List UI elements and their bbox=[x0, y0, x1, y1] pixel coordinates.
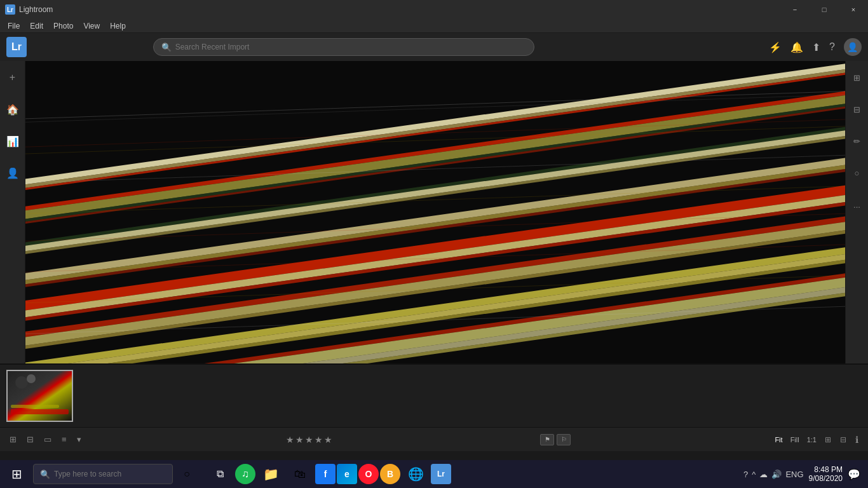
taskbar-edge[interactable]: e bbox=[337, 464, 357, 484]
taskbar-search-box: 🔍 bbox=[33, 464, 173, 484]
taskbar-bereal[interactable]: B bbox=[380, 464, 400, 484]
menu-photo[interactable]: Photo bbox=[48, 20, 78, 32]
right-radial-icon[interactable]: ○ bbox=[847, 163, 867, 183]
reject-button[interactable]: ⚐ bbox=[557, 434, 571, 445]
date-display: 9/08/2020 bbox=[809, 474, 843, 483]
close-button[interactable]: × bbox=[839, 0, 868, 19]
start-button[interactable]: ⊞ bbox=[3, 460, 31, 488]
taskbar-taskview[interactable]: ⧉ bbox=[206, 460, 234, 488]
left-sidebar: + 🏠 📊 👤 bbox=[0, 61, 25, 363]
menu-view[interactable]: View bbox=[78, 20, 105, 32]
center-content bbox=[25, 61, 845, 363]
star-rating: ★ ★ ★ ★ ★ bbox=[286, 435, 332, 445]
right-more-icon[interactable]: ... bbox=[847, 194, 867, 215]
rating-buttons: ⚑ ⚐ bbox=[540, 434, 571, 445]
language-indicator: ENG bbox=[785, 470, 803, 479]
taskbar-files[interactable]: 📁 bbox=[257, 460, 285, 488]
menu-edit[interactable]: Edit bbox=[25, 20, 48, 32]
taskbar-apps: ⧉ ♫ 📁 🛍 f e O B 🌐 Lr bbox=[206, 460, 451, 488]
taskbar-facebook[interactable]: f bbox=[315, 464, 336, 484]
flag-button[interactable]: ⚑ bbox=[540, 434, 554, 445]
right-adjust-icon[interactable]: ⊞ bbox=[847, 67, 867, 88]
sort-dropdown[interactable]: ▾ bbox=[74, 433, 85, 446]
menu-bar: File Edit Photo View Help bbox=[0, 19, 868, 33]
taskbar-lightroom[interactable]: Lr bbox=[431, 464, 451, 484]
film-thumbnail-1[interactable] bbox=[6, 370, 73, 422]
app-icon: Lr bbox=[5, 4, 15, 15]
volume-icon[interactable]: 🔊 bbox=[771, 470, 782, 479]
maximize-button[interactable]: □ bbox=[810, 0, 839, 19]
taskbar: ⊞ 🔍 ○ ⧉ ♫ 📁 🛍 f e O B 🌐 Lr ? ^ ☁ 🔊 ENG 8… bbox=[0, 460, 868, 488]
taskbar-search-input[interactable] bbox=[54, 470, 156, 478]
lr-logo: Lr bbox=[6, 37, 27, 57]
notification-center-icon[interactable]: 💬 bbox=[848, 468, 860, 480]
taskbar-right: ? ^ ☁ 🔊 ENG 8:48 PM 9/08/2020 💬 bbox=[743, 465, 865, 483]
star-4[interactable]: ★ bbox=[315, 435, 323, 445]
notification-icon[interactable]: 🔔 bbox=[790, 41, 803, 53]
sidebar-add-icon[interactable]: + bbox=[3, 67, 23, 88]
taskbar-chrome[interactable]: 🌐 bbox=[402, 460, 430, 488]
star-3[interactable]: ★ bbox=[305, 435, 313, 445]
star-5[interactable]: ★ bbox=[324, 435, 332, 445]
windows-logo-icon: ⊞ bbox=[11, 466, 22, 482]
profile-icon[interactable]: 👤 bbox=[844, 38, 862, 56]
title-text: Lightroom bbox=[19, 5, 53, 14]
time-display: 8:48 PM bbox=[809, 465, 843, 474]
taskbar-cortana[interactable]: ○ bbox=[173, 460, 201, 488]
grid-view-button[interactable]: ⊞ bbox=[6, 433, 20, 446]
grid-overlay-button[interactable]: ⊞ bbox=[822, 433, 834, 446]
star-1[interactable]: ★ bbox=[286, 435, 294, 445]
art-image bbox=[25, 61, 845, 363]
top-toolbar: Lr 🔍 ⚡ 🔔 ⬆ ? 👤 bbox=[0, 33, 868, 61]
clock[interactable]: 8:48 PM 9/08/2020 bbox=[809, 465, 843, 483]
sidebar-people-icon[interactable]: 👤 bbox=[3, 163, 23, 183]
fit-fill-controls: Fit Fill 1:1 ⊞ ⊟ ℹ bbox=[772, 433, 862, 447]
sidebar-home-icon[interactable]: 🏠 bbox=[3, 99, 23, 119]
right-sidebar: ⊞ ⊟ ✏ ○ ... bbox=[845, 61, 868, 363]
menu-help[interactable]: Help bbox=[105, 20, 131, 32]
network-icon: ? bbox=[743, 470, 748, 479]
fill-button[interactable]: Fill bbox=[788, 435, 802, 445]
sort-button[interactable]: ≡ bbox=[58, 433, 70, 446]
search-icon: 🔍 bbox=[161, 43, 172, 52]
star-2[interactable]: ★ bbox=[295, 435, 304, 445]
taskbar-spotify[interactable]: ♫ bbox=[235, 464, 255, 484]
toolbar-icons: ⚡ 🔔 ⬆ ? 👤 bbox=[769, 38, 862, 56]
system-tray-icons: ? ^ ☁ 🔊 ENG bbox=[743, 470, 804, 479]
info-button[interactable]: ℹ bbox=[852, 433, 862, 447]
main-layout: + 🏠 📊 👤 bbox=[0, 61, 868, 363]
single-view-button[interactable]: ▭ bbox=[41, 433, 55, 446]
menu-file[interactable]: File bbox=[3, 20, 25, 32]
help-icon[interactable]: ? bbox=[829, 41, 835, 53]
right-crop-icon[interactable]: ⊟ bbox=[847, 99, 867, 119]
share-icon[interactable]: ⬆ bbox=[812, 41, 820, 53]
title-bar: Lr Lightroom − □ × bbox=[0, 0, 868, 19]
tray-expand-icon[interactable]: ^ bbox=[752, 470, 756, 479]
filter-icon[interactable]: ⚡ bbox=[769, 41, 782, 53]
photo-area bbox=[25, 61, 845, 363]
sidebar-library-icon[interactable]: 📊 bbox=[3, 131, 23, 151]
1to1-button[interactable]: 1:1 bbox=[804, 435, 819, 445]
square-grid-button[interactable]: ⊟ bbox=[24, 433, 37, 446]
right-heal-icon[interactable]: ✏ bbox=[847, 131, 867, 151]
search-box: 🔍 bbox=[153, 38, 534, 56]
taskbar-store[interactable]: 🛍 bbox=[286, 460, 314, 488]
window-controls: − □ × bbox=[780, 0, 868, 19]
compare-button[interactable]: ⊟ bbox=[837, 433, 850, 446]
minimize-button[interactable]: − bbox=[780, 0, 810, 19]
fit-button[interactable]: Fit bbox=[772, 435, 785, 445]
cloud-icon: ☁ bbox=[759, 470, 768, 479]
search-input[interactable] bbox=[175, 43, 526, 51]
taskbar-search-icon: 🔍 bbox=[40, 470, 50, 479]
filmstrip bbox=[0, 363, 868, 427]
taskbar-opera[interactable]: O bbox=[358, 464, 379, 484]
bottom-toolbar: ⊞ ⊟ ▭ ≡ ▾ ★ ★ ★ ★ ★ ⚑ ⚐ Fit Fill 1:1 ⊞ ⊟… bbox=[0, 427, 868, 451]
